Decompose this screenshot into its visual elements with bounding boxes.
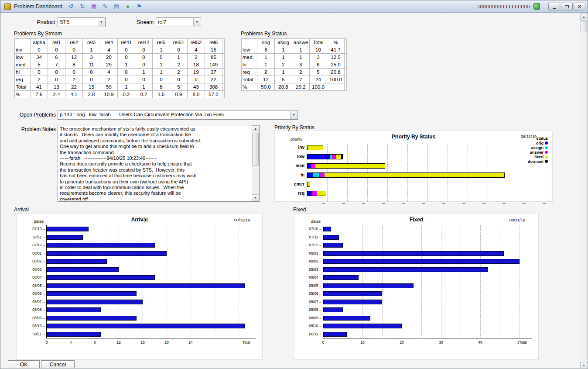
header-row: origassigansweTotal%: [242, 39, 347, 46]
table-cell: 2: [170, 69, 188, 76]
table-cell: 1: [275, 54, 292, 61]
close-button[interactable]: ×: [574, 3, 585, 10]
gridline: [548, 144, 548, 201]
date-label: 08/07→: [294, 300, 322, 304]
category-label-med: med: [279, 163, 304, 168]
window-title: Problem Dashboard: [14, 3, 62, 10]
table-cell: 1: [275, 69, 292, 76]
dropdown-arrow-icon[interactable]: ▼: [193, 18, 200, 26]
stream-value: rel7: [158, 19, 192, 24]
date-label: 08/04→: [294, 275, 322, 279]
gridline: [131, 225, 131, 338]
bar-07/10: [323, 227, 331, 231]
main-scrollbar-thumb[interactable]: [581, 21, 587, 32]
row-label: inv: [15, 46, 31, 54]
gridline: [179, 225, 179, 338]
table-cell: 2: [100, 76, 118, 83]
table-cell: 0: [48, 46, 65, 54]
ok-button[interactable]: OK: [8, 360, 40, 368]
gridline: [191, 225, 191, 338]
maximize-button[interactable]: [561, 3, 573, 10]
table-cell: 0: [118, 76, 135, 83]
stream-label: Stream: [130, 19, 154, 25]
table-cell: 34: [31, 54, 48, 61]
priority-by-status-chart: Priority By Status 08/11/19 priority sta…: [274, 131, 553, 202]
table-row: Total4113221559118543308: [15, 83, 225, 91]
gridline: [500, 225, 500, 338]
scroll-down-icon[interactable]: ▼: [580, 362, 587, 368]
table-cell: 22: [65, 83, 83, 91]
bar-08/10: [323, 324, 402, 328]
cancel-button[interactable]: Cancel: [41, 360, 75, 368]
edit-icon[interactable]: ✎: [101, 2, 109, 11]
table-cell: 13: [48, 83, 65, 91]
problems-by-stream-table: alpharel1rel2rel3rel4rel41rel42rel5rel51…: [14, 38, 225, 98]
row-label: low: [15, 54, 31, 61]
date-label: 08/10→: [17, 324, 45, 328]
clipped-tick-mark: [523, 203, 526, 204]
dropdown-arrow-icon[interactable]: ▼: [290, 111, 297, 119]
bar-08/08: [47, 307, 101, 312]
table-cell: 2: [292, 69, 310, 76]
problems-by-status-table: origassigansweTotal%low8111041.7med11131…: [241, 38, 347, 91]
table-row: req202020000022: [15, 76, 225, 83]
green-overlay-icon: [533, 3, 540, 10]
minimize-button[interactable]: [548, 3, 560, 10]
column-header: rel5: [153, 39, 170, 46]
gridline: [239, 225, 239, 338]
column-header: rel52: [188, 39, 205, 46]
table-cell: 15: [83, 83, 100, 91]
problem-notes-box: The protection mechanism of sts is fairl…: [58, 125, 260, 202]
chart-tool-icon[interactable]: ▦: [89, 2, 98, 11]
table-cell: 2: [170, 61, 188, 69]
table-row: inv000140010415: [15, 46, 225, 54]
table-cell: 20.8: [327, 69, 345, 76]
segment-orig: [308, 164, 311, 168]
table-cell: 0: [170, 76, 188, 83]
table-cell: 7: [48, 61, 65, 69]
table-row: %7.62.44.12.810.90.20.21.50.98.057.0: [15, 91, 225, 98]
open-problems-select[interactable]: p.143 : orig low farah Users Can Circumv…: [58, 110, 298, 120]
table-cell: 2.8: [83, 91, 100, 98]
table-cell: 8.0: [188, 91, 205, 98]
undo-icon[interactable]: ↺: [67, 2, 75, 11]
column-header: assig: [275, 39, 292, 46]
table-cell: 0: [153, 76, 170, 83]
table-cell: 0: [118, 54, 135, 61]
scroll-up-icon[interactable]: ▲: [580, 14, 587, 21]
problem-notes-textarea[interactable]: The protection mechanism of sts is fairl…: [60, 126, 250, 200]
redo-icon[interactable]: ↻: [78, 2, 87, 11]
y-axis-label: priority: [291, 137, 302, 141]
table-cell: 2: [188, 54, 205, 61]
segment-answer: [312, 191, 317, 196]
scroll-down-icon[interactable]: ▼: [252, 194, 259, 201]
bar-08/04: [323, 275, 359, 280]
dropdown-arrow-icon[interactable]: ▼: [98, 18, 105, 26]
flag-icon[interactable]: ⚑: [135, 2, 144, 11]
date-label: 08/08→: [17, 307, 45, 312]
notes-scrollbar-thumb[interactable]: [252, 133, 259, 166]
grid-tool-icon[interactable]: ▤: [112, 2, 121, 11]
table-cell: 12: [257, 76, 275, 83]
priority-bar-med: [307, 163, 385, 169]
titlebar[interactable]: Problem Dashboard ↺↻▦✎▤●⚑ ×: [0, 0, 588, 13]
date-label: 08/11→: [17, 332, 45, 336]
x-tick-label: 8: [94, 340, 96, 345]
column-header: [242, 39, 257, 46]
clipped-column: [345, 39, 347, 46]
stream-select[interactable]: rel7 ▼: [156, 17, 201, 27]
product-select[interactable]: STS ▼: [58, 17, 106, 27]
notes-scrollbar[interactable]: ▲ ▼: [252, 125, 259, 201]
x-tick-label: 12: [116, 340, 120, 345]
scroll-up-icon[interactable]: ▲: [252, 125, 259, 132]
arrival-chart: Arrival 08/11/19 dates 07/10→07/11→07/12…: [16, 214, 263, 360]
gridline: [203, 225, 203, 338]
table-cell: 1: [153, 69, 170, 76]
globe-icon[interactable]: ●: [123, 2, 132, 11]
main-scrollbar[interactable]: ▲ ▼: [580, 13, 587, 368]
gridline: [215, 225, 215, 338]
table-cell: 12.5: [327, 54, 345, 61]
x-tick-label: 0: [322, 340, 325, 345]
table-cell: 1: [153, 46, 170, 54]
table-cell: 29.2: [292, 83, 310, 91]
